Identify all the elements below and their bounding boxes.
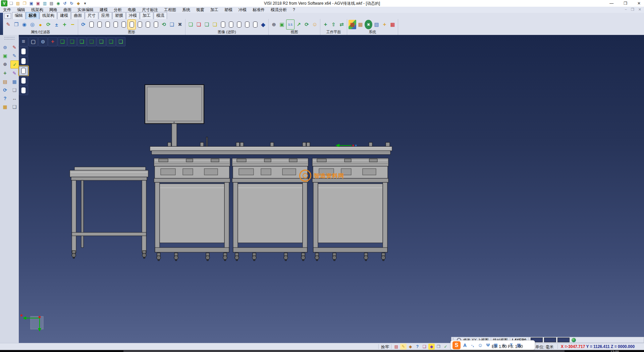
workplane-set-icon[interactable]: + [322,20,329,29]
menu-item[interactable]: ? [290,7,298,12]
view-back-cube-icon[interactable]: ❏ [87,37,96,46]
menu-item[interactable]: 曲面 [60,7,74,13]
pan-zoom-icon[interactable]: ⊙ [1,44,9,51]
zoom-window-viewport-icon[interactable]: ▢ [29,37,38,46]
erase-icon[interactable]: ✎ [10,44,18,51]
view-top-cube-icon[interactable]: ❏ [58,37,67,46]
swap-shade-icon[interactable]: ⟲ [160,20,168,29]
show-remove-icon[interactable]: − [69,20,76,29]
tab-dropdown-button[interactable]: ▼ [4,13,11,19]
help-status-icon[interactable]: ? [414,344,421,350]
menu-item[interactable]: 文件 [0,7,14,13]
menu-item[interactable]: 建模 [97,7,111,13]
layer-color-swatch-3[interactable] [557,338,570,342]
triad-icon[interactable]: + [48,37,57,46]
solid-cube-icon[interactable]: ◆ [259,20,267,29]
ribbon-tab[interactable]: 尺寸 [85,12,98,19]
measure-icon[interactable]: ↔ [10,95,18,102]
menu-item[interactable]: 系统 [179,7,193,13]
solids-add-icon[interactable]: ❏ [187,20,195,29]
cylinder-wire-hatch-icon[interactable] [251,20,259,29]
ribbon-tab[interactable]: 标准 [26,12,39,19]
menu-item[interactable]: 分析 [111,7,125,13]
model-table-station[interactable] [70,167,148,258]
package-icon[interactable]: ❏ [421,344,428,350]
solids-toggle-icon[interactable]: ❏ [211,20,219,29]
ribbon-tab[interactable]: 塑膜 [112,12,126,19]
window-palette-icon[interactable]: ▦ [357,20,364,29]
cylinder-striped-icon[interactable] [227,20,235,29]
ribbon-tab[interactable]: 曲面 [71,12,85,19]
refresh-view-icon[interactable]: ⟳ [303,20,311,29]
child-close-button[interactable]: ✕ [638,7,641,12]
sketch-curve-icon[interactable]: ✎ [10,70,18,77]
hide-entities-icon[interactable]: ◎ [29,20,36,29]
toggle-visibility-icon[interactable]: ± [53,20,60,29]
zoom-window-icon[interactable]: ▣ [1,52,9,59]
regenerate-icon[interactable]: ⟳ [1,86,9,94]
ime-voice-icon[interactable]: Ψ [485,342,491,349]
hatched-mode-icon[interactable] [152,20,160,29]
zoom-dynamic-icon[interactable]: ⊕ [270,20,278,29]
model-station-2[interactable] [232,158,308,261]
refresh-graphics-icon[interactable]: ⟳ [79,20,87,29]
color-grid-icon[interactable]: ▦ [1,103,9,111]
cylinder-export-icon[interactable]: ▪ [243,20,251,29]
close-button[interactable]: ✕ [637,1,641,6]
system-settings-icon[interactable]: ✖ [365,20,372,29]
view-right-cube-icon[interactable]: ❏ [106,37,116,46]
zoom-1to1-icon[interactable]: 1:1 [286,19,294,30]
menu-item[interactable]: 视窗 [193,7,207,13]
edit-attributes-icon[interactable]: ✎ [4,20,12,29]
view-front-cube-icon[interactable]: ❏ [77,37,87,46]
ribbon-tab[interactable]: 冲模 [126,12,140,19]
menu-item[interactable]: 实体编辑 [74,7,97,13]
layer-color-swatch-2[interactable] [544,338,556,342]
cylinder-solid-icon[interactable] [219,20,227,29]
workplane-indicator-icon[interactable]: ◆ [428,344,435,350]
ribbon-tab[interactable]: 线架构 [40,12,57,19]
menu-item[interactable]: 编辑 [14,7,28,13]
render-wireframe-icon[interactable] [19,47,28,56]
workplane-small-icon[interactable]: ❑ [10,103,18,111]
ribbon-tab[interactable]: 编辑 [12,12,25,19]
zoom-in-out-icon[interactable]: ⊕ [1,60,9,68]
zoom-all-viewport-icon[interactable]: ⊙ [38,37,48,46]
ime-language-icon[interactable]: A [462,342,468,349]
cylinder-validate-icon[interactable]: ✓ [235,20,243,29]
view-orientation-icon[interactable]: ☺ [311,20,319,29]
shade-library-icon[interactable]: ❑ [168,20,176,29]
edit-mode-icon[interactable]: ✎ [400,344,407,350]
workplane-swap-icon[interactable]: ⇄ [338,20,345,29]
cad-viewport[interactable]: ≡▢⊙+❏❏❏❏❏❏❏ 智造资料网 [19,35,644,343]
layout-windows-icon[interactable]: ▦ [10,78,18,85]
wireframe-mode-icon[interactable] [88,20,95,29]
help-icon[interactable]: ? [1,95,9,102]
render-hatched-icon[interactable] [19,86,28,95]
restore-button[interactable]: ❐ [624,1,627,6]
selection-filter-icon[interactable]: ● [37,20,44,29]
outline-mode-icon[interactable] [104,20,111,29]
permissions-key-icon[interactable]: ◆ [407,344,414,350]
menu-item[interactable]: 加工 [207,7,221,13]
workplane-align-icon[interactable]: ⇧ [330,20,337,29]
refresh-visibility-icon[interactable]: ⟳ [45,20,52,29]
zoom-extents-icon[interactable]: ↗ [295,20,303,29]
view-iso-cube-icon[interactable]: ❏ [116,37,125,46]
ribbon-tab[interactable]: 加工 [140,12,153,19]
menu-item[interactable]: 尺寸标注 [139,7,161,13]
child-minimize-button[interactable]: − [625,7,627,12]
window-tools-icon[interactable]: ▧ [373,20,380,29]
attributes-books-icon[interactable]: ▤ [1,78,9,85]
color-table-icon[interactable]: ▦ [348,20,356,29]
model-monitor[interactable] [145,85,204,149]
ghost-mode-icon[interactable] [112,20,119,29]
menu-item[interactable]: 电极 [125,7,139,13]
ribbon-tab[interactable]: 模流 [154,12,167,19]
snap-settings-icon[interactable]: + [381,20,388,29]
hidden-line-mode-icon[interactable] [96,20,103,29]
minimize-button[interactable]: — [609,1,613,6]
flat-shade-mode-icon[interactable] [144,20,152,29]
windows-taskbar[interactable]: 12:00 [0,350,644,352]
child-restore-button[interactable]: ❐ [631,7,634,12]
